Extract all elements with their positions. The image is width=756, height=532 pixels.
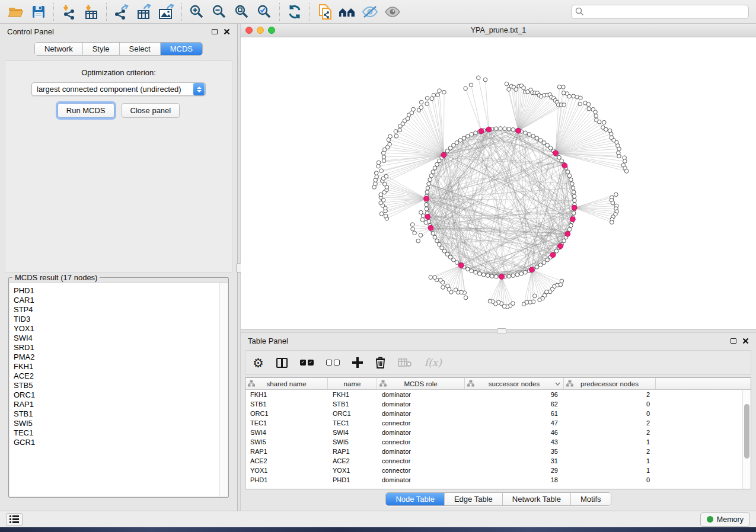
run-mcds-button[interactable]: Run MCDS: [58, 103, 114, 118]
cell-name[interactable]: TEC1: [328, 419, 377, 427]
tab-mcds[interactable]: MCDS: [161, 43, 202, 55]
cell-MCDS-role[interactable]: connector: [377, 457, 465, 464]
network-canvas[interactable]: [241, 37, 756, 329]
refresh-view-button[interactable]: [283, 2, 306, 21]
mcds-result-node[interactable]: SWI4: [14, 334, 219, 343]
scrollbar-thumb[interactable]: [744, 404, 749, 459]
cell-predecessor-nodes[interactable]: 0: [564, 410, 656, 417]
cell-predecessor-nodes[interactable]: 0: [564, 400, 656, 408]
cell-successor-nodes[interactable]: 96: [465, 391, 564, 398]
hide-selected-button[interactable]: [359, 2, 381, 21]
mcds-result-node[interactable]: STB5: [14, 381, 219, 390]
table-row[interactable]: ACE2ACE2connector311: [245, 456, 742, 466]
clone-network-button[interactable]: [314, 2, 336, 21]
table-row[interactable]: SWI4SWI4dominator462: [245, 428, 742, 437]
automation-panel-button[interactable]: [6, 513, 23, 526]
mcds-result-node[interactable]: CAR1: [14, 296, 219, 305]
mcds-result-node[interactable]: STB1: [14, 409, 219, 419]
cell-shared-name[interactable]: RAP1: [245, 448, 328, 455]
close-panel-button[interactable]: Close panel: [122, 103, 180, 118]
cell-successor-nodes[interactable]: 47: [465, 419, 564, 427]
cell-MCDS-role[interactable]: dominator: [377, 410, 465, 417]
zoom-in-button[interactable]: [186, 2, 208, 21]
memory-button[interactable]: Memory: [700, 512, 750, 527]
cell-predecessor-nodes[interactable]: 0: [564, 476, 656, 483]
cell-shared-name[interactable]: ORC1: [245, 410, 328, 417]
show-columns-button[interactable]: [276, 358, 288, 368]
cell-MCDS-role[interactable]: dominator: [377, 429, 465, 436]
mcds-result-node[interactable]: STP4: [14, 305, 219, 315]
cell-shared-name[interactable]: SWI4: [245, 429, 328, 436]
cell-predecessor-nodes[interactable]: 2: [564, 391, 656, 398]
mcds-result-list[interactable]: PHD1CAR1STP4TID3YOX1SWI4SRD1PMA2FKH1ACE2…: [9, 283, 228, 496]
column-header-successor-nodes[interactable]: successor nodes: [465, 378, 564, 389]
zoom-selected-button[interactable]: [253, 2, 276, 21]
mcds-result-node[interactable]: GCR1: [14, 438, 219, 447]
network-window-titlebar[interactable]: YPA_prune.txt_1: [241, 24, 756, 37]
cell-name[interactable]: YOX1: [328, 467, 377, 474]
horizontal-splitter[interactable]: [241, 329, 756, 333]
cell-shared-name[interactable]: YOX1: [245, 467, 328, 474]
cell-name[interactable]: PHD1: [328, 476, 377, 483]
tab-select[interactable]: Select: [120, 43, 161, 55]
table-scrollbar[interactable]: [742, 390, 751, 489]
cell-MCDS-role[interactable]: dominator: [377, 391, 465, 398]
mcds-result-node[interactable]: ORC1: [14, 390, 219, 400]
table-row[interactable]: SWI5SWI5connector431: [245, 437, 742, 447]
cell-name[interactable]: SWI5: [328, 438, 377, 446]
cell-MCDS-role[interactable]: connector: [377, 438, 465, 446]
cell-name[interactable]: ACE2: [328, 457, 377, 464]
show-all-button[interactable]: [381, 2, 404, 21]
column-header-shared-name[interactable]: shared name: [245, 378, 328, 389]
close-panel-icon[interactable]: [224, 28, 230, 35]
add-column-button[interactable]: [352, 357, 363, 368]
import-table-button[interactable]: [80, 2, 103, 21]
cell-shared-name[interactable]: ACE2: [245, 457, 328, 464]
float-panel-icon[interactable]: [212, 29, 218, 34]
cell-predecessor-nodes[interactable]: 1: [564, 438, 656, 446]
cell-predecessor-nodes[interactable]: 2: [564, 429, 656, 436]
cell-predecessor-nodes[interactable]: 2: [564, 419, 656, 427]
table-row[interactable]: YOX1YOX1connector291: [245, 466, 742, 475]
cell-name[interactable]: RAP1: [328, 448, 377, 455]
cell-successor-nodes[interactable]: 18: [465, 476, 564, 483]
mcds-result-node[interactable]: SWI5: [14, 419, 219, 428]
first-neighbors-button[interactable]: [336, 2, 359, 21]
tab-edge-table[interactable]: Edge Table: [445, 493, 503, 505]
export-image-button[interactable]: [155, 2, 178, 21]
tab-style[interactable]: Style: [83, 43, 120, 55]
tab-node-table[interactable]: Node Table: [386, 493, 445, 505]
cell-shared-name[interactable]: PHD1: [245, 476, 328, 483]
cell-successor-nodes[interactable]: 29: [465, 467, 564, 474]
cell-name[interactable]: FKH1: [328, 391, 377, 398]
close-panel-icon[interactable]: [742, 338, 749, 344]
cell-MCDS-role[interactable]: connector: [377, 419, 465, 427]
column-header-predecessor-nodes[interactable]: predecessor nodes: [564, 378, 656, 389]
column-header-MCDS-role[interactable]: MCDS role: [377, 378, 465, 389]
cell-MCDS-role[interactable]: dominator: [377, 476, 465, 483]
save-session-button[interactable]: [27, 2, 50, 21]
cell-successor-nodes[interactable]: 31: [465, 457, 564, 464]
float-panel-icon[interactable]: [731, 338, 736, 344]
cell-successor-nodes[interactable]: 61: [465, 410, 564, 417]
cell-MCDS-role[interactable]: dominator: [377, 448, 465, 455]
select-all-button[interactable]: ✓✓: [300, 360, 314, 366]
tab-network-table[interactable]: Network Table: [503, 493, 571, 505]
cell-shared-name[interactable]: STB1: [245, 400, 328, 408]
export-table-button[interactable]: [133, 2, 155, 21]
cell-MCDS-role[interactable]: dominator: [377, 400, 465, 408]
tab-motifs[interactable]: Motifs: [571, 493, 611, 505]
delete-column-button[interactable]: [375, 357, 385, 368]
mcds-result-node[interactable]: FKH1: [14, 362, 219, 371]
cell-name[interactable]: ORC1: [328, 410, 377, 417]
tab-network[interactable]: Network: [35, 43, 83, 55]
mcds-result-node[interactable]: SRD1: [14, 343, 219, 352]
mcds-result-node[interactable]: PMA2: [14, 352, 219, 362]
table-options-button[interactable]: ⚙: [253, 357, 264, 369]
mcds-result-node[interactable]: RAP1: [14, 400, 219, 409]
table-row[interactable]: PHD1PHD1dominator180: [245, 475, 742, 485]
import-network-button[interactable]: [58, 2, 80, 21]
mcds-result-node[interactable]: TID3: [14, 315, 219, 324]
mcds-result-node[interactable]: ACE2: [14, 371, 219, 381]
column-header-name[interactable]: name: [328, 378, 377, 389]
